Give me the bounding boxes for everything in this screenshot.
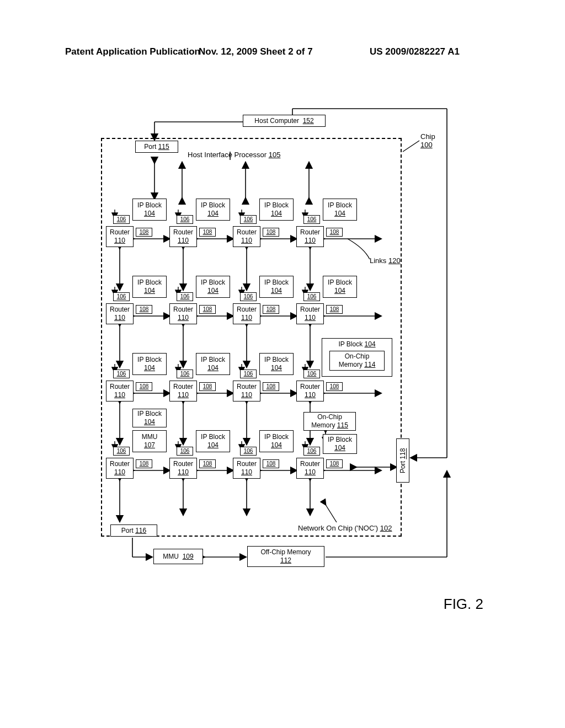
svg-line-67 [403, 141, 419, 152]
ref-108: 108 [136, 305, 152, 314]
ip-block: IP Block104 [323, 276, 357, 298]
ref-108: 108 [136, 459, 152, 468]
router: Router110 [169, 381, 197, 402]
ref-106: 106 [177, 215, 193, 224]
ref-106: 106 [240, 370, 257, 378]
port-115: Port 115 [135, 141, 178, 153]
off-chip-memory: Off-Chip Memory 112 [247, 546, 324, 567]
host-computer: Host Computer 152 [243, 115, 326, 127]
noc-label: Network On Chip ('NOC') 102 [298, 524, 392, 532]
ip-block: IP Block104 [196, 353, 230, 375]
ref-106: 106 [177, 370, 193, 378]
ref-108: 108 [326, 459, 343, 468]
ref-108: 108 [326, 382, 343, 391]
router: Router110 [233, 303, 260, 324]
ip-block: IP Block104 [259, 199, 294, 221]
ref-106: 106 [240, 215, 257, 224]
router: Router110 [296, 226, 324, 247]
ref-106: 106 [240, 292, 257, 301]
ref-106: 106 [177, 447, 193, 456]
diagram-canvas: Host Computer 152 Port 115 Host Interfac… [94, 108, 458, 604]
ip-block: IP Block104 [259, 353, 294, 375]
ref-106: 106 [240, 447, 257, 456]
ref-106: 106 [113, 292, 130, 301]
ip-block: IP Block104 [323, 434, 357, 454]
ref-108: 108 [326, 228, 343, 237]
ip-block: IP Block104 [259, 276, 294, 298]
ref-106: 106 [177, 292, 193, 301]
ip-block-with-ocm: IP Block 104 On-Chip Memory 114 [322, 338, 392, 377]
ip-block: IP Block104 [132, 276, 167, 298]
port-118: Port 118 [396, 438, 409, 483]
ref-106: 106 [303, 215, 320, 224]
ref-108: 108 [199, 459, 216, 468]
ref-106: 106 [113, 215, 130, 224]
host-label: Host Computer [254, 117, 299, 125]
ref-108: 108 [136, 382, 152, 391]
router: Router110 [233, 458, 260, 479]
ref-106: 106 [303, 292, 320, 301]
ip-block: IP Block104 [196, 430, 230, 452]
port-116: Port 116 [110, 524, 157, 537]
hip-label: Host Interface Processor 105 [188, 151, 280, 159]
ref-106: 106 [303, 447, 320, 456]
router: Router110 [233, 226, 260, 247]
port115-label: Port [144, 143, 156, 151]
on-chip-memory-115: On-Chip Memory 115 [303, 412, 356, 431]
hdr-right: US 2009/0282227 A1 [370, 46, 460, 57]
ip-block: IP Block104 [132, 409, 167, 427]
router: Router110 [106, 226, 134, 247]
hdr-left: Patent Application Publication [65, 46, 200, 57]
port115-ref: 115 [158, 143, 169, 151]
chip-label: Chip100 [420, 132, 435, 149]
links-label: Links 120 [370, 256, 401, 265]
ip-block: IP Block104 [196, 199, 230, 221]
router: Router110 [169, 303, 197, 324]
host-ref: 152 [303, 117, 314, 125]
ref-108: 108 [326, 305, 343, 314]
ref-108: 108 [199, 382, 216, 391]
ip-block: IP Block104 [132, 353, 167, 375]
router: Router110 [296, 458, 324, 479]
ref-108: 108 [136, 228, 152, 237]
router: Router110 [169, 226, 197, 247]
on-chip-memory-114: On-Chip Memory 114 [329, 351, 385, 371]
ref-106: 106 [303, 370, 320, 378]
ip-block: IP Block104 [259, 430, 294, 452]
ref-108: 108 [199, 305, 216, 314]
router: Router110 [296, 381, 324, 402]
router: Router110 [106, 381, 134, 402]
ip-block: IP Block104 [196, 276, 230, 298]
ref-108: 108 [199, 228, 216, 237]
ref-106: 106 [113, 370, 130, 378]
ref-108: 108 [263, 228, 279, 237]
mmu-107: MMU107 [132, 430, 167, 452]
ref-106: 106 [113, 447, 130, 456]
ref-108: 108 [263, 459, 279, 468]
hdr-mid: Nov. 12, 2009 Sheet 2 of 7 [199, 46, 313, 57]
router: Router110 [233, 381, 260, 402]
figure-number: FIG. 2 [444, 596, 483, 613]
router: Router110 [296, 303, 324, 324]
router: Router110 [106, 303, 134, 324]
ip-block: IP Block104 [323, 199, 357, 221]
router: Router110 [106, 458, 134, 479]
router: Router110 [169, 458, 197, 479]
ref-108: 108 [263, 382, 279, 391]
ref-108: 108 [263, 305, 279, 314]
mmu-109: MMU 109 [153, 549, 203, 564]
ip-block: IP Block104 [132, 199, 167, 221]
